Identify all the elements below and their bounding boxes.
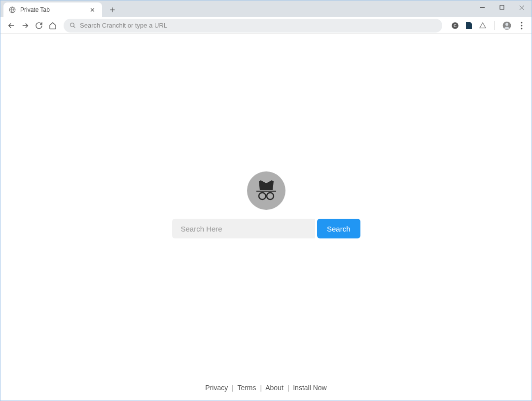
page-content: Search Privacy | Terms | About | Install… — [0, 34, 532, 401]
incognito-icon — [247, 171, 285, 210]
svg-line-8 — [73, 26, 75, 28]
browser-tab[interactable]: Private Tab ✕ — [3, 2, 102, 17]
svg-point-15 — [521, 28, 523, 29]
address-input[interactable] — [80, 22, 436, 29]
globe-icon — [8, 6, 16, 14]
extension-1-icon[interactable]: C — [450, 21, 460, 31]
search-button[interactable]: Search — [317, 219, 360, 238]
svg-point-12 — [505, 23, 508, 26]
svg-point-7 — [71, 23, 74, 27]
footer-separator: | — [232, 384, 234, 392]
home-button[interactable] — [46, 19, 60, 33]
footer-links: Privacy | Terms | About | Install Now — [0, 384, 532, 392]
minimize-button[interactable] — [472, 0, 492, 14]
new-tab-button[interactable] — [106, 3, 119, 16]
svg-point-18 — [267, 193, 274, 200]
back-button[interactable] — [4, 19, 18, 33]
close-tab-button[interactable]: ✕ — [88, 6, 97, 14]
forward-button[interactable] — [18, 19, 32, 33]
footer-about-link[interactable]: About — [265, 384, 284, 392]
svg-point-14 — [521, 25, 523, 26]
footer-separator: | — [260, 384, 262, 392]
svg-text:C: C — [454, 24, 457, 28]
profile-icon[interactable] — [502, 21, 512, 31]
menu-button[interactable] — [516, 22, 528, 30]
svg-point-17 — [259, 193, 266, 200]
browser-toolbar: C — [0, 17, 532, 34]
window-controls — [472, 0, 532, 14]
search-icon — [70, 22, 76, 29]
footer-privacy-link[interactable]: Privacy — [205, 384, 228, 392]
address-bar[interactable] — [64, 19, 442, 33]
reload-button[interactable] — [32, 19, 46, 33]
titlebar: Private Tab ✕ — [0, 0, 532, 17]
svg-rect-4 — [500, 5, 504, 9]
footer-separator: | — [287, 384, 289, 392]
tab-title: Private Tab — [20, 6, 88, 13]
maximize-button[interactable] — [492, 0, 512, 14]
svg-point-13 — [521, 22, 523, 23]
footer-install-link[interactable]: Install Now — [293, 384, 326, 392]
footer-terms-link[interactable]: Terms — [237, 384, 256, 392]
extension-2-icon[interactable] — [464, 21, 474, 31]
search-group: Search — [172, 219, 360, 238]
extension-3-icon[interactable] — [478, 21, 488, 31]
search-input[interactable] — [172, 219, 315, 238]
toolbar-divider — [495, 21, 495, 30]
extension-icons: C — [446, 21, 528, 31]
close-window-button[interactable] — [512, 0, 532, 14]
